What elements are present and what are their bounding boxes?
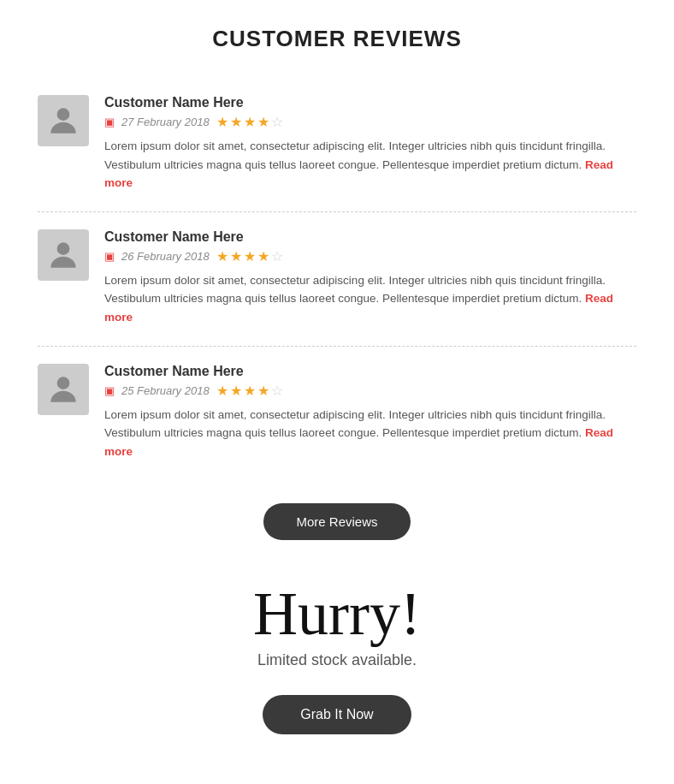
star-filled: ★ [216,114,228,130]
svg-point-0 [57,108,70,121]
star-filled: ★ [257,114,269,130]
review-item: Customer Name Here▣25 February 2018★★★★☆… [38,347,636,480]
star-filled: ★ [230,248,242,264]
star-filled: ★ [230,114,242,130]
star-empty: ☆ [271,383,283,399]
review-text: Lorem ipsum dolor sit amet, consectetur … [104,271,636,327]
review-item: Customer Name Here▣26 February 2018★★★★☆… [38,212,636,347]
review-content: Customer Name Here▣25 February 2018★★★★☆… [104,364,636,461]
review-date: 27 February 2018 [121,116,210,128]
read-more-link[interactable]: Read more [104,292,613,324]
read-more-link[interactable]: Read more [104,426,613,458]
review-meta: ▣27 February 2018★★★★☆ [104,114,636,130]
star-filled: ★ [216,383,228,399]
hurry-subtitle: Limited stock available. [34,651,640,669]
calendar-icon: ▣ [104,250,115,263]
read-more-link[interactable]: Read more [104,158,613,190]
star-filled: ★ [244,383,256,399]
star-filled: ★ [230,383,242,399]
review-date: 26 February 2018 [121,250,210,263]
calendar-icon: ▣ [104,384,115,397]
avatar [38,95,89,146]
grab-it-button[interactable]: Grab It Now [263,695,411,734]
star-filled: ★ [257,383,269,399]
star-filled: ★ [257,248,269,264]
review-content: Customer Name Here▣26 February 2018★★★★☆… [104,229,636,327]
star-filled: ★ [216,248,228,264]
star-empty: ☆ [271,114,283,130]
star-empty: ☆ [271,248,283,264]
review-text: Lorem ipsum dolor sit amet, consectetur … [104,406,636,461]
svg-point-2 [57,377,70,389]
star-filled: ★ [244,248,256,264]
star-rating: ★★★★☆ [216,248,283,264]
hurry-section: Hurry! Limited stock available. Grab It … [34,583,640,734]
reviews-container: Customer Name Here▣27 February 2018★★★★☆… [38,78,636,479]
review-date: 25 February 2018 [121,384,210,397]
review-meta: ▣26 February 2018★★★★☆ [104,248,636,264]
reviewer-name: Customer Name Here [104,229,636,245]
reviewer-name: Customer Name Here [104,95,636,110]
avatar [38,364,89,415]
review-item: Customer Name Here▣27 February 2018★★★★☆… [38,78,636,212]
star-rating: ★★★★☆ [216,114,283,130]
hurry-title: Hurry! [34,583,640,644]
star-rating: ★★★★☆ [216,383,283,399]
review-meta: ▣25 February 2018★★★★☆ [104,383,636,399]
calendar-icon: ▣ [104,116,115,128]
svg-point-1 [57,242,70,255]
avatar [38,229,89,281]
review-text: Lorem ipsum dolor sit amet, consectetur … [104,137,636,193]
more-reviews-button[interactable]: More Reviews [263,503,410,540]
review-content: Customer Name Here▣27 February 2018★★★★☆… [104,95,636,193]
page-title: CUSTOMER REVIEWS [212,26,461,52]
reviewer-name: Customer Name Here [104,364,636,379]
star-filled: ★ [244,114,256,130]
